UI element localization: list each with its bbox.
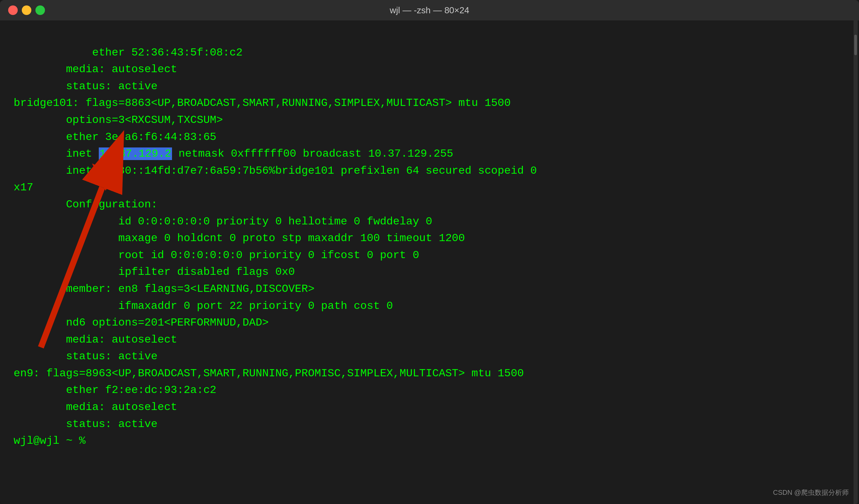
minimize-button[interactable] <box>22 5 31 15</box>
line-status3: status: active <box>14 418 157 430</box>
line-inet6: inet6 fe80::14fd:d7e7:6a59:7b56%bridge10… <box>14 165 537 177</box>
line-bridge101: bridge101: flags=8863<UP,BROADCAST,SMART… <box>14 97 511 109</box>
line-options1: options=3<RXCSUM,TXCSUM> <box>14 114 223 126</box>
line-ether3: ether f2:ee:dc:93:2a:c2 <box>14 384 216 396</box>
line-media2: media: autoselect <box>14 333 177 346</box>
line-ipfilter: ipfilter disabled flags 0x0 <box>14 265 295 278</box>
line-rootid: root id 0:0:0:0:0:0 priority 0 ifcost 0 … <box>14 249 419 261</box>
line-media1: media: autoselect <box>14 63 177 76</box>
watermark: CSDN @爬虫数据分析师 <box>773 488 849 497</box>
maximize-button[interactable] <box>35 5 45 15</box>
terminal-window: wjl — -zsh — 80×24 ether 52:36:43:5f:08:… <box>0 0 859 504</box>
line-configuration: Configuration: <box>14 198 157 211</box>
close-button[interactable] <box>8 5 18 15</box>
traffic-lights <box>8 5 45 15</box>
inet-address-highlight: 10.37.129.2 <box>99 148 172 160</box>
line-en9: en9: flags=8963<UP,BROADCAST,SMART,RUNNI… <box>14 367 524 380</box>
terminal-body[interactable]: ether 52:36:43:5f:08:c2 media: autoselec… <box>0 20 859 473</box>
titlebar: wjl — -zsh — 80×24 <box>0 0 859 20</box>
line-ifmaxaddr: ifmaxaddr 0 port 22 priority 0 path cost… <box>14 300 393 312</box>
window-title: wjl — -zsh — 80×24 <box>390 5 469 16</box>
line-member: member: en8 flags=3<LEARNING,DISCOVER> <box>14 282 314 295</box>
line-id: id 0:0:0:0:0:0 priority 0 hellotime 0 fw… <box>14 215 432 228</box>
prompt-line: wjl@wjl ~ % <box>14 434 86 447</box>
line-ether1: ether 52:36:43:5f:08:c2 <box>40 46 242 59</box>
line-x17: x17 <box>14 181 33 194</box>
line-inet: inet 10.37.129.2 netmask 0xffffff00 broa… <box>14 148 453 160</box>
line-maxage: maxage 0 holdcnt 0 proto stp maxaddr 100… <box>14 232 465 245</box>
scrollbar[interactable] <box>854 20 858 504</box>
scrollbar-thumb[interactable] <box>854 35 857 55</box>
line-media3: media: autoselect <box>14 401 177 413</box>
line-ether2: ether 3e:a6:f6:44:83:65 <box>14 131 216 143</box>
line-status2: status: active <box>14 350 157 363</box>
line-status1: status: active <box>14 80 157 93</box>
line-nd6: nd6 options=201<PERFORMNUD,DAD> <box>14 316 269 329</box>
